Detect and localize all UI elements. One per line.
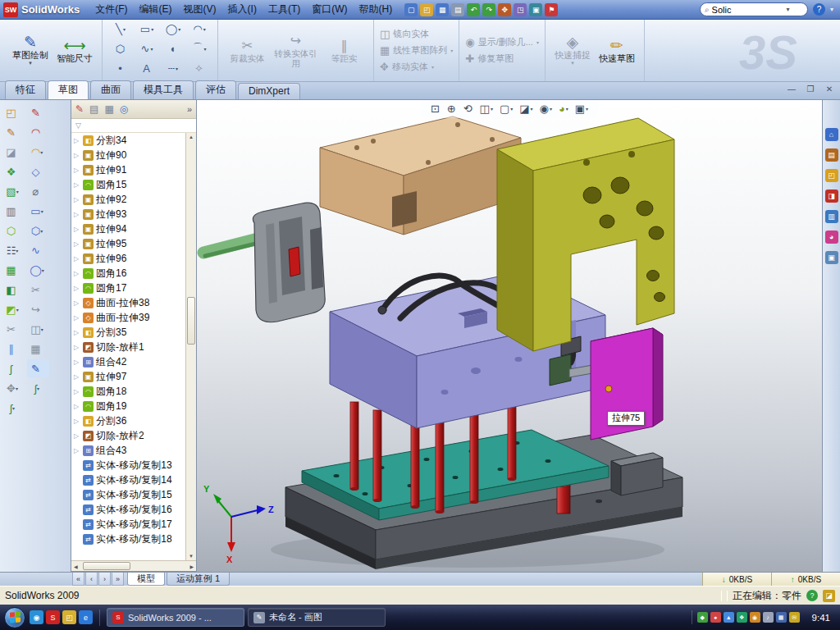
search-caret-icon[interactable]: ▾ xyxy=(787,6,790,13)
toolbar-button[interactable]: ▦ xyxy=(2,261,25,279)
tree-item[interactable]: ▷ ◠ 圆角16 xyxy=(71,266,185,281)
sketch-tool-button[interactable]: ╲ ▾ xyxy=(108,23,133,35)
tree-item[interactable]: ⇄ 实体-移动/复制13 xyxy=(71,458,185,472)
sketch-tool-button[interactable]: ∿ ▾ xyxy=(135,43,159,55)
taskbar-clock[interactable]: 9:41 xyxy=(812,613,830,623)
tree-item[interactable]: ▷ ◧ 分割35 xyxy=(71,325,185,340)
view-tool-button[interactable]: ⊕ xyxy=(447,103,457,115)
ribbon-row-button[interactable]: ◫ 镜向实体 xyxy=(380,28,432,40)
menu-item[interactable]: 窗口(W) xyxy=(306,1,353,18)
toolbar-button[interactable]: ʃ ▾ xyxy=(2,399,25,417)
doc-restore-button[interactable]: ❐ xyxy=(805,84,816,94)
toolbar-icon[interactable]: ⚑ xyxy=(545,3,558,16)
tab-scroll-button[interactable]: » xyxy=(112,573,124,586)
toolbar-icon[interactable]: ▣ xyxy=(529,3,542,16)
ribbon-button[interactable]: ∥ 等距实 xyxy=(321,25,368,77)
toolbar-button[interactable]: ∥ xyxy=(2,340,25,358)
task-pane-tab[interactable]: ◕ xyxy=(825,231,838,244)
expand-arrow-icon[interactable]: ▷ xyxy=(74,152,80,159)
panel-tab-icon[interactable]: ▦ xyxy=(104,103,113,115)
sketch-tool-button[interactable]: ┄ ▾ xyxy=(161,62,185,75)
search-input[interactable] xyxy=(712,5,784,15)
tray-icon[interactable]: ▦ xyxy=(776,612,787,623)
sketch-tool-button[interactable]: ⬡ xyxy=(108,43,133,55)
toolbar-button[interactable]: ʃ xyxy=(2,359,25,377)
panel-tab-icon[interactable]: ◎ xyxy=(120,103,128,115)
tree-item[interactable]: ▷ ▣ 拉伸94 xyxy=(71,221,185,236)
quick-tips-icon[interactable]: ? xyxy=(806,590,818,601)
quick-launch-icon[interactable]: S xyxy=(46,610,60,624)
task-pane-tab[interactable]: ◰ xyxy=(825,169,838,182)
document-tab[interactable]: 模型 xyxy=(127,573,165,586)
expand-arrow-icon[interactable]: ▷ xyxy=(74,226,80,233)
menu-item[interactable]: 帮助(H) xyxy=(354,1,399,18)
expand-arrow-icon[interactable]: ▷ xyxy=(74,137,80,144)
menu-item[interactable]: 插入(I) xyxy=(222,1,262,18)
tree-item[interactable]: ▷ ▣ 拉伸90 xyxy=(71,148,185,162)
toolbar-button[interactable]: ▧ ▾ xyxy=(2,182,25,200)
toolbar-button[interactable]: ☷ ▾ xyxy=(2,241,25,259)
toolbar-button[interactable]: ʃ ▾ xyxy=(27,379,49,397)
panel-chevron-icon[interactable]: » xyxy=(187,104,192,114)
view-tool-button[interactable]: ◪ ▾ xyxy=(519,103,532,115)
tree-item[interactable]: ⇄ 实体-移动/复制16 xyxy=(71,502,185,517)
toolbar-button[interactable]: ❖ xyxy=(2,162,25,180)
toolbar-button[interactable]: ◯ ▾ xyxy=(27,261,49,279)
ribbon-row-button[interactable]: ◉ 显示/删除几... ▾ xyxy=(465,36,539,48)
doc-minimize-button[interactable]: — xyxy=(786,84,797,94)
tree-item[interactable]: ▷ ◇ 曲面-拉伸39 xyxy=(71,310,185,325)
task-pane-tab[interactable]: ▤ xyxy=(825,148,838,162)
toolbar-icon[interactable]: ▤ xyxy=(451,3,464,16)
tree-filter-bar[interactable]: ▽ xyxy=(71,119,196,133)
expand-arrow-icon[interactable]: ▷ xyxy=(74,270,80,277)
toolbar-button[interactable]: ∿ xyxy=(27,241,49,259)
help-button[interactable]: ? xyxy=(813,3,825,16)
tree-item[interactable]: ▷ ⊞ 组合42 xyxy=(71,354,185,369)
toolbar-button[interactable]: ◠ xyxy=(27,123,49,141)
ribbon-button[interactable]: ↪ 转换实体引用 xyxy=(272,25,319,77)
tray-icon[interactable]: ● xyxy=(710,612,721,623)
tree-item[interactable]: ▷ ⊞ 组合43 xyxy=(71,443,185,458)
quick-launch-icon[interactable]: ◰ xyxy=(62,610,76,624)
tree-item[interactable]: ▷ ◧ 分割34 xyxy=(71,133,185,148)
expand-arrow-icon[interactable]: ▷ xyxy=(74,418,80,425)
tab-scroll-button[interactable]: ‹ xyxy=(85,573,98,586)
tree-item[interactable]: ▷ ◩ 切除-放样2 xyxy=(71,428,185,443)
task-pane-tab[interactable]: ▥ xyxy=(825,210,838,223)
expand-arrow-icon[interactable]: ▷ xyxy=(74,196,80,203)
command-tab[interactable]: 模具工具 xyxy=(133,80,194,99)
menu-item[interactable]: 编辑(E) xyxy=(134,1,178,18)
expand-arrow-icon[interactable]: ▷ xyxy=(74,329,80,336)
sketch-tool-button[interactable]: ◖ xyxy=(161,43,185,55)
tree-item[interactable]: ▷ ▣ 拉伸95 xyxy=(71,236,185,251)
task-pane-tab[interactable]: ◨ xyxy=(825,189,838,203)
expand-arrow-icon[interactable]: ▷ xyxy=(74,388,80,395)
tray-icon[interactable]: ♪ xyxy=(763,612,774,623)
tray-icon[interactable]: ◉ xyxy=(750,612,760,623)
tree-item[interactable]: ▷ ◠ 圆角17 xyxy=(71,281,185,295)
sketch-tool-button[interactable]: ◯ ▾ xyxy=(161,23,185,35)
ribbon-row-button[interactable]: ▦ 线性草图阵列 ▾ xyxy=(380,44,453,57)
expand-arrow-icon[interactable]: ▷ xyxy=(74,403,80,410)
toolbar-button[interactable]: ◰ xyxy=(2,103,25,121)
expand-arrow-icon[interactable]: ▷ xyxy=(74,432,80,440)
toolbar-button[interactable]: ◫ ▾ xyxy=(27,320,49,338)
scroll-down-button[interactable]: ▼ xyxy=(189,554,194,559)
toolbar-button[interactable]: ◧ xyxy=(2,281,25,299)
toolbar-button[interactable]: ▦ xyxy=(27,340,49,358)
toolbar-button[interactable]: ◩ ▾ xyxy=(2,300,25,318)
sketch-tool-button[interactable]: • xyxy=(108,62,133,75)
expand-arrow-icon[interactable]: ▷ xyxy=(74,344,80,351)
toolbar-icon[interactable]: ◳ xyxy=(514,3,527,16)
tab-scroll-button[interactable]: › xyxy=(98,573,111,586)
command-tab[interactable]: 草图 xyxy=(48,80,89,99)
toolbar-button[interactable]: ✥ ▾ xyxy=(2,379,25,397)
tree-item[interactable]: ▷ ▣ 拉伸97 xyxy=(71,369,185,384)
sketch-tool-button[interactable]: ⌒ ▾ xyxy=(187,41,212,56)
tree-item[interactable]: ▷ ◧ 分割36 xyxy=(71,413,185,428)
tray-icon[interactable]: ❖ xyxy=(737,612,747,623)
model-3d-view[interactable]: Y X Z xyxy=(197,100,822,572)
command-tab[interactable]: 特征 xyxy=(5,80,46,99)
toolbar-button[interactable]: ↪ xyxy=(27,300,49,318)
toolbar-button[interactable]: ✎ xyxy=(27,103,49,121)
